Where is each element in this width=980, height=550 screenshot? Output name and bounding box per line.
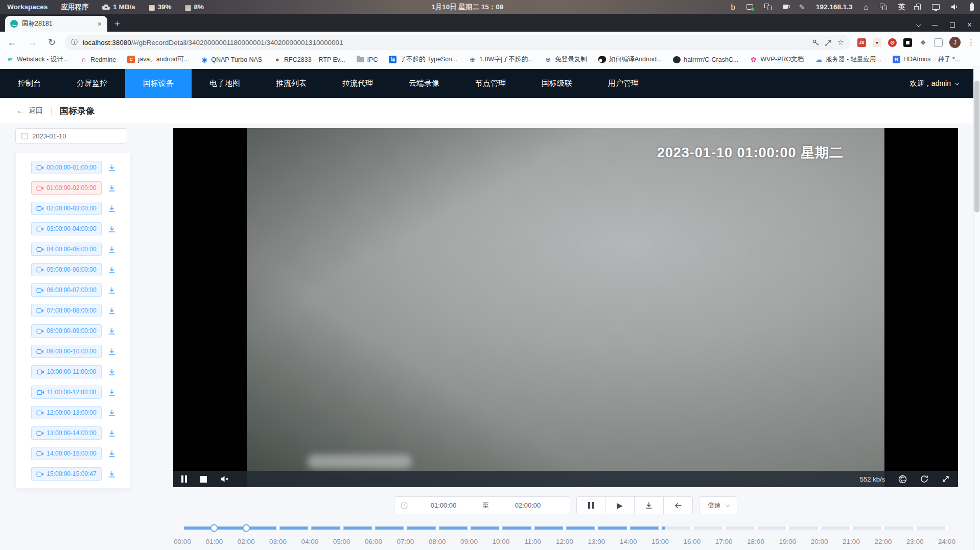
recording-range-button[interactable]: 12:00:00-13:00:00 [31, 406, 102, 419]
profile-avatar[interactable]: J [949, 37, 961, 48]
bookmark-item[interactable]: ☁ 服务器 - 轻量应用... [815, 55, 881, 64]
extension-adblock-icon[interactable]: ⊘ [888, 38, 897, 47]
nav-menu-item[interactable]: 推流列表 [258, 69, 324, 98]
end-time-value[interactable]: 02:00:00 [492, 501, 564, 509]
address-bar[interactable]: ⓘ localhost:38080/#/gbRecordDetail/34020… [65, 35, 850, 50]
tray-pen-icon[interactable]: ✎ [799, 3, 805, 11]
recording-range-button[interactable]: 08:00:00-09:00:00 [31, 324, 102, 338]
bookmark-item[interactable]: IPC [357, 56, 378, 63]
bookmark-item[interactable]: ≋ Webstack - 设计... [6, 55, 68, 64]
seek-back-button[interactable] [664, 496, 693, 514]
recording-range-button[interactable]: 00:00:00-01:00:00 [31, 161, 102, 174]
nav-menu-item[interactable]: 拉流代理 [324, 69, 391, 98]
nav-menu-item[interactable]: 分屏监控 [59, 69, 125, 98]
timeline-handle[interactable] [211, 524, 218, 532]
start-time-value[interactable]: 01:00:00 [408, 501, 479, 509]
browser-tab[interactable]: 国标28181 × [5, 16, 107, 32]
nav-menu-item[interactable]: 国标级联 [524, 69, 590, 98]
player-stop-button[interactable] [200, 476, 207, 483]
bookmark-item[interactable]: ◉ QNAP Turbo NAS [200, 56, 262, 63]
nav-menu-item[interactable]: 云端录像 [391, 69, 457, 98]
recording-download-button[interactable] [108, 450, 116, 458]
pause-button[interactable] [576, 496, 605, 514]
back-button[interactable]: 返回 [29, 106, 43, 115]
tray-phone-link-icon[interactable] [916, 4, 921, 10]
recording-range-button[interactable]: 11:00:00-12:00:00 [31, 386, 102, 399]
extensions-puzzle-icon[interactable]: ❖ [919, 38, 927, 47]
tray-messenger-icon[interactable] [746, 4, 753, 10]
recording-download-button[interactable] [108, 266, 116, 274]
playback-speed-dropdown[interactable]: 倍速 [699, 496, 737, 514]
recording-range-button[interactable]: 13:00:00-14:00:00 [31, 426, 102, 440]
extension-frame-icon[interactable] [934, 38, 943, 47]
recording-range-button[interactable]: 03:00:00-04:00:00 [31, 222, 102, 235]
recording-range-button[interactable]: 02:00:00-03:00:00 [31, 202, 102, 215]
recording-range-button[interactable]: 01:00:00-02:00:00 [31, 181, 102, 195]
player-pause-button[interactable] [181, 475, 187, 483]
bookmark-item[interactable]: ∩ Redmine [80, 56, 116, 63]
bookmark-item[interactable]: ⊕ 1.8W字|了不起的... [469, 55, 533, 64]
recording-download-button[interactable] [108, 307, 116, 315]
bookmark-item[interactable]: ✿ WVP-PRO文档 [750, 55, 804, 64]
recording-download-button[interactable] [108, 327, 116, 335]
tray-battery-icon[interactable] [970, 4, 974, 11]
share-icon[interactable] [825, 39, 832, 46]
player-refresh-button[interactable] [920, 475, 928, 483]
tab-close-icon[interactable]: × [96, 20, 103, 28]
input-method-indicator[interactable]: 英 [898, 3, 905, 12]
browser-forward-button[interactable]: → [26, 37, 39, 48]
recording-download-button[interactable] [108, 429, 116, 437]
applications-menu[interactable]: 应用程序 [61, 3, 88, 12]
bookmark-item[interactable]: ● RFC2833 – RTP Ev... [273, 56, 345, 63]
back-arrow-icon[interactable]: ← [16, 106, 25, 116]
bookmark-item[interactable]: 如何编译Android... [598, 55, 662, 64]
bookmark-star-icon[interactable]: ☆ [837, 38, 844, 47]
tray-home-icon[interactable]: ⌂ [864, 3, 868, 11]
extension-flask-icon[interactable]: ▾ [873, 38, 881, 47]
recording-range-button[interactable]: 06:00:00-07:00:00 [31, 283, 102, 297]
recording-download-button[interactable] [108, 286, 116, 294]
recording-range-button[interactable]: 09:00:00-10:00:00 [31, 345, 102, 358]
tray-ip-address[interactable]: 192.168.1.3 [816, 3, 852, 11]
recording-download-button[interactable] [108, 225, 116, 233]
tab-search-chevron-icon[interactable] [916, 22, 921, 27]
time-range-input[interactable]: 01:00:00 至 02:00:00 [394, 496, 570, 514]
fullscreen-button[interactable] [942, 475, 950, 483]
download-button[interactable] [635, 496, 664, 514]
recording-range-button[interactable]: 05:00:00-06:00:00 [31, 263, 102, 276]
bookmark-item[interactable]: hairrrrr/C-CrashC... [673, 56, 738, 63]
extension-js-icon[interactable]: JS [857, 38, 866, 47]
window-close-button[interactable]: × [967, 22, 972, 28]
timeline-track[interactable] [182, 527, 947, 530]
recording-download-button[interactable] [108, 368, 116, 376]
page-scrollbar[interactable] [973, 66, 980, 550]
recording-download-button[interactable] [108, 246, 116, 253]
browser-menu-icon[interactable]: ⋮ [967, 38, 975, 47]
password-key-icon[interactable] [812, 39, 820, 46]
video-player[interactable]: 2023-01-10 01:00:00 星期二 552 kb/s [173, 128, 958, 487]
timeline-handle[interactable] [242, 524, 250, 532]
page-info-icon[interactable]: ⓘ [71, 38, 78, 47]
browser-reload-button[interactable]: ↻ [46, 37, 58, 48]
recording-download-button[interactable] [108, 184, 116, 192]
extension-screenshot-icon[interactable] [903, 38, 912, 47]
nav-menu-item[interactable]: 控制台 [0, 69, 59, 98]
nav-menu-item[interactable]: 用户管理 [590, 69, 657, 98]
recording-download-button[interactable] [108, 348, 116, 355]
recording-download-button[interactable] [108, 389, 116, 396]
new-tab-button[interactable]: + [107, 18, 127, 32]
scrollbar-thumb[interactable] [974, 81, 979, 212]
nav-menu-item[interactable]: 节点管理 [457, 69, 524, 98]
bookmark-item[interactable]: ⊕ 免登录复制 [544, 55, 587, 64]
recording-download-button[interactable] [108, 470, 116, 478]
user-menu[interactable]: 欢迎，admin [910, 79, 973, 88]
recording-range-button[interactable]: 10:00:00-11:00:00 [31, 365, 102, 378]
recording-range-button[interactable]: 04:00:00-05:00:00 [31, 243, 102, 256]
window-minimize-button[interactable] [932, 25, 938, 26]
tray-clipboard-icon[interactable] [764, 4, 772, 10]
recording-download-button[interactable] [108, 409, 116, 417]
recording-range-button[interactable]: 15:00:00-15:09:47 [31, 467, 102, 481]
recording-download-button[interactable] [108, 205, 116, 212]
snapshot-button[interactable] [898, 475, 907, 484]
date-picker-input[interactable]: 2023-01-10 [15, 128, 127, 144]
